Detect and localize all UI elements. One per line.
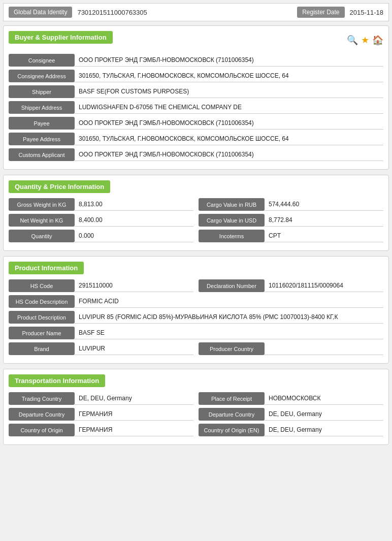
info-col-right: Place of Receipt НОВОМОСКОВСК — [199, 392, 383, 405]
info-row-double: Net Weight in KG 8,400.00 Cargo Value in… — [9, 214, 383, 227]
field-label: HS Code — [9, 279, 75, 292]
field-label: Product Description — [9, 311, 75, 324]
info-col-right: Declaration Number 10116020/181115/00090… — [199, 279, 383, 292]
field-value — [265, 342, 383, 355]
field-label: Brand — [9, 342, 75, 355]
field-label: Country of Origin — [9, 424, 75, 436]
info-col-right: Cargo Value in RUB 574,444.60 — [199, 198, 383, 211]
home-icon[interactable]: 🏠 — [372, 36, 383, 45]
field-label: Gross Weight in KG — [9, 198, 75, 211]
field-label: Place of Receipt — [199, 392, 265, 405]
field-value: DE, DEU, Germany — [265, 408, 383, 421]
field-label: Customs Applicant — [9, 148, 75, 161]
field-value: НОВОМОСКОВСК — [265, 392, 383, 405]
quantity-price-title: Quantity & Price Information — [9, 180, 110, 193]
transportation-title: Transportation Information — [9, 374, 105, 387]
register-date-value: 2015-11-18 — [350, 9, 384, 16]
field-label: Incoterms — [199, 230, 265, 242]
star-icon[interactable]: ★ — [361, 36, 369, 45]
register-date-label: Register Date — [297, 7, 344, 18]
field-value: BASF SE(FOR CUSTOMS PURPOSES) — [75, 85, 383, 98]
field-value: ООО ПРОКТЕР ЭНД ГЭМБЛ-НОВОМОСКОВСК (7101… — [75, 117, 383, 130]
info-col-left: Net Weight in KG 8,400.00 — [9, 214, 193, 227]
top-bar: Global Data Identity 7301201511000763305… — [3, 3, 389, 21]
field-label: Producer Country — [199, 342, 265, 355]
field-value: 301650, ТУЛЬСКАЯ, Г.НОВОМОСКОВСК, КОМСОМ… — [75, 70, 383, 82]
info-col-right: Incoterms CPT — [199, 230, 383, 242]
buyer-supplier-fields: Consignee ООО ПРОКТЕР ЭНД ГЭМБЛ-НОВОМОСК… — [9, 54, 383, 161]
info-col-left: Country of Origin ГЕРМАНИЯ — [9, 424, 193, 436]
info-col-right: Producer Country — [199, 342, 383, 355]
info-col-right: Cargo Value in USD 8,772.84 — [199, 214, 383, 227]
field-label: Country of Origin (EN) — [199, 424, 265, 436]
info-row: Payee ООО ПРОКТЕР ЭНД ГЭМБЛ-НОВОМОСКОВСК… — [9, 117, 383, 130]
transportation-fields: Trading Country DE, DEU, Germany Place o… — [9, 392, 383, 436]
field-value: LUDWIGSHAFEN D-67056 THE CHEMICAL COMPAN… — [75, 101, 383, 114]
info-col-left: HS Code 2915110000 — [9, 279, 193, 292]
info-col-left: Departure Country ГЕРМАНИЯ — [9, 408, 193, 421]
field-value: ООО ПРОКТЕР ЭНД ГЭМБЛ-НОВОМОСКОВСК (7101… — [75, 54, 383, 67]
field-label: Declaration Number — [199, 279, 265, 292]
field-label: Net Weight in KG — [9, 214, 75, 227]
info-col-left: Brand LUVIPUR — [9, 342, 193, 355]
field-label: Payee Address — [9, 133, 75, 145]
field-label: Payee — [9, 117, 75, 130]
header-icons: 🔍 ★ 🏠 — [347, 36, 383, 45]
field-value: 2915110000 — [75, 279, 193, 292]
info-row-double: HS Code 2915110000 Declaration Number 10… — [9, 279, 383, 292]
field-value: DE, DEU, Germany — [265, 424, 383, 436]
field-value: FORMIC ACID — [75, 295, 383, 308]
info-col-left: Trading Country DE, DEU, Germany — [9, 392, 193, 405]
product-info-title: Product Information — [9, 262, 84, 274]
info-row-double: Departure Country ГЕРМАНИЯ Departure Cou… — [9, 408, 383, 421]
field-label: Producer Name — [9, 327, 75, 339]
buyer-supplier-header-row: Buyer & Supplier Information 🔍 ★ 🏠 — [9, 31, 383, 49]
product-info-section: Product Information HS Code 2915110000 D… — [3, 256, 389, 364]
field-label: Trading Country — [9, 392, 75, 405]
info-col-right: Country of Origin (EN) DE, DEU, Germany — [199, 424, 383, 436]
buyer-supplier-title: Buyer & Supplier Information — [9, 31, 113, 44]
search-icon[interactable]: 🔍 — [347, 36, 358, 45]
info-row: Product Description LUVIPUR 85 (FORMIC A… — [9, 311, 383, 324]
field-value: 8,772.84 — [265, 214, 383, 227]
info-row-double: Gross Weight in KG 8,813.00 Cargo Value … — [9, 198, 383, 211]
field-value: ГЕРМАНИЯ — [75, 424, 193, 436]
field-value: ООО ПРОКТЕР ЭНД ГЭМБЛ-НОВОМОСКОВСК (7101… — [75, 148, 383, 161]
field-value: 574,444.60 — [265, 198, 383, 211]
field-label: Departure Country — [9, 408, 75, 421]
info-row-double: Trading Country DE, DEU, Germany Place o… — [9, 392, 383, 405]
info-row: Payee Address 301650, ТУЛЬСКАЯ, Г.НОВОМО… — [9, 133, 383, 145]
info-row-double: Quantity 0.000 Incoterms CPT — [9, 230, 383, 242]
field-value: CPT — [265, 230, 383, 242]
field-label: HS Code Description — [9, 295, 75, 308]
field-value: 10116020/181115/0009064 — [265, 279, 383, 292]
transportation-section: Transportation Information Trading Count… — [3, 369, 389, 445]
info-row: Shipper BASF SE(FOR CUSTOMS PURPOSES) — [9, 85, 383, 98]
quantity-price-section: Quantity & Price Information Gross Weigh… — [3, 175, 389, 251]
field-value: ГЕРМАНИЯ — [75, 408, 193, 421]
field-value: 8,400.00 — [75, 214, 193, 227]
field-label: Consignee Address — [9, 70, 75, 82]
quantity-price-fields: Gross Weight in KG 8,813.00 Cargo Value … — [9, 198, 383, 242]
info-col-right: Departure Country DE, DEU, Germany — [199, 408, 383, 421]
info-row-double: Country of Origin ГЕРМАНИЯ Country of Or… — [9, 424, 383, 436]
field-label: Departure Country — [199, 408, 265, 421]
info-row: HS Code Description FORMIC ACID — [9, 295, 383, 308]
field-value: LUVIPUR 85 (FORMIC ACID 85%)-МУРАВЬИНАЯ … — [75, 311, 383, 324]
field-value: BASF SE — [75, 327, 383, 339]
field-label: Shipper Address — [9, 101, 75, 114]
gdi-value: 7301201511000763305 — [77, 9, 297, 16]
field-label: Cargo Value in USD — [199, 214, 265, 227]
field-label: Quantity — [9, 230, 75, 242]
info-col-left: Quantity 0.000 — [9, 230, 193, 242]
field-value: 8,813.00 — [75, 198, 193, 211]
field-value: 0.000 — [75, 230, 193, 242]
field-value: LUVIPUR — [75, 342, 193, 355]
info-row: Producer Name BASF SE — [9, 327, 383, 339]
field-label: Shipper — [9, 85, 75, 98]
field-value: 301650, ТУЛЬСКАЯ, Г.НОВОМОСКОВСК, КОМСОМ… — [75, 133, 383, 145]
page: Global Data Identity 7301201511000763305… — [0, 0, 392, 453]
product-info-fields: HS Code 2915110000 Declaration Number 10… — [9, 279, 383, 355]
field-label: Cargo Value in RUB — [199, 198, 265, 211]
info-row: Consignee ООО ПРОКТЕР ЭНД ГЭМБЛ-НОВОМОСК… — [9, 54, 383, 67]
